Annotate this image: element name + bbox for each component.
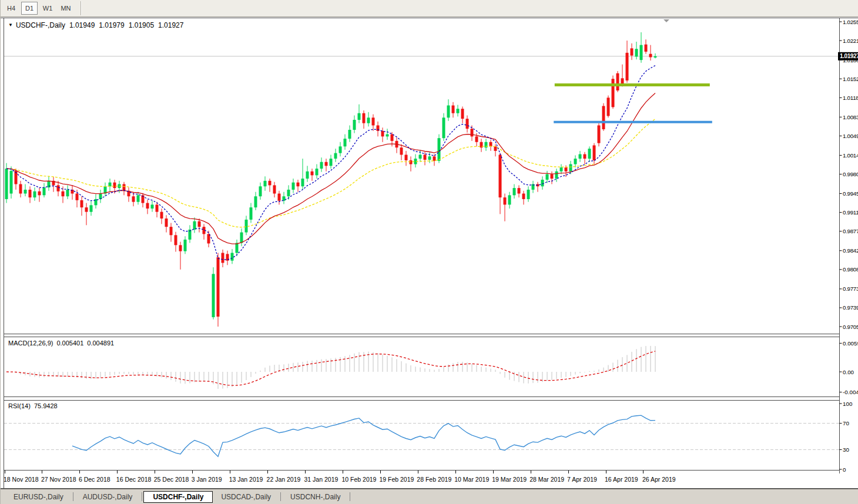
svg-text:1.01927: 1.01927 bbox=[840, 53, 858, 59]
svg-text:18 Nov 2018: 18 Nov 2018 bbox=[4, 476, 39, 483]
svg-text:0.97390: 0.97390 bbox=[843, 304, 858, 311]
svg-text:28 Mar 2019: 28 Mar 2019 bbox=[529, 476, 564, 483]
rsi-indicator-label: RSI(14)75.9428 bbox=[8, 402, 58, 409]
macd-main-value: 0.005401 bbox=[56, 340, 83, 347]
svg-text:0.98770: 0.98770 bbox=[843, 228, 858, 234]
macd-histogram bbox=[6, 346, 655, 389]
chart-window[interactable]: 1.025501.022101.018601.015201.011801.008… bbox=[1, 17, 858, 489]
toolbar-separator bbox=[81, 1, 82, 15]
symbol-tab-bar: EURUSD-,Daily AUDUSD-,Daily USDCHF-,Dail… bbox=[1, 489, 858, 504]
svg-text:1.00490: 1.00490 bbox=[843, 133, 858, 139]
svg-text:27 Nov 2018: 27 Nov 2018 bbox=[41, 476, 76, 483]
svg-text:0.97050: 0.97050 bbox=[843, 324, 858, 330]
tab-separator bbox=[350, 492, 350, 501]
tab-usdcnh[interactable]: USDCNH-,Daily bbox=[282, 491, 348, 503]
price-axis bbox=[840, 22, 842, 327]
svg-text:0: 0 bbox=[843, 466, 846, 473]
svg-text:1.00830: 1.00830 bbox=[843, 114, 858, 120]
svg-text:10 Feb 2019: 10 Feb 2019 bbox=[341, 476, 376, 483]
tab-separator bbox=[280, 492, 281, 501]
rsi-value: 75.9428 bbox=[34, 402, 58, 409]
svg-text:16 Apr 2019: 16 Apr 2019 bbox=[605, 476, 638, 483]
date-axis bbox=[5, 471, 644, 473]
chart-plot-area[interactable]: 1.025501.022101.018601.015201.011801.008… bbox=[1, 17, 858, 489]
svg-text:0.97730: 0.97730 bbox=[843, 285, 858, 292]
svg-text:70: 70 bbox=[843, 420, 849, 426]
svg-text:25 Dec 2018: 25 Dec 2018 bbox=[154, 476, 189, 483]
svg-text:19 Feb 2019: 19 Feb 2019 bbox=[379, 476, 414, 483]
tab-audusd[interactable]: AUDUSD-,Daily bbox=[75, 491, 141, 503]
svg-text:0.00597: 0.00597 bbox=[843, 340, 858, 347]
svg-text:6 Dec 2018: 6 Dec 2018 bbox=[79, 476, 110, 483]
timeframe-button-mn[interactable]: MN bbox=[58, 2, 74, 15]
svg-text:0.98080: 0.98080 bbox=[843, 266, 858, 273]
svg-text:30: 30 bbox=[843, 446, 849, 453]
svg-text:0.99450: 0.99450 bbox=[843, 190, 858, 197]
tab-usdchf[interactable]: USDCHF-,Daily bbox=[143, 491, 213, 503]
application-window: H4 D1 W1 MN 1.025501.022101.018601.01520… bbox=[0, 0, 858, 504]
candles-layer bbox=[5, 32, 657, 327]
svg-text:26 Apr 2019: 26 Apr 2019 bbox=[642, 476, 676, 483]
svg-text:-0.00424: -0.00424 bbox=[843, 389, 858, 395]
high-value: 1.01979 bbox=[99, 21, 124, 29]
macd-signal-value: 0.004891 bbox=[87, 340, 114, 347]
timeframe-toolbar: H4 D1 W1 MN bbox=[1, 0, 858, 17]
rsi-name: RSI(14) bbox=[8, 402, 31, 409]
rsi-line bbox=[72, 415, 655, 456]
timeframe-button-h4[interactable]: H4 bbox=[3, 2, 19, 15]
tab-eurusd[interactable]: EURUSD-,Daily bbox=[5, 491, 72, 503]
svg-text:0.99110: 0.99110 bbox=[843, 209, 858, 216]
tab-separator bbox=[142, 492, 142, 501]
svg-text:0.00: 0.00 bbox=[843, 369, 854, 375]
svg-text:100: 100 bbox=[843, 401, 853, 407]
timeframe-button-w1[interactable]: W1 bbox=[39, 2, 56, 15]
tab-separator bbox=[73, 492, 73, 501]
macd-indicator-label: MACD(12,26,9)0.0054010.004891 bbox=[8, 340, 114, 347]
svg-text:1.01520: 1.01520 bbox=[843, 76, 858, 82]
svg-text:1.00140: 1.00140 bbox=[843, 152, 858, 159]
svg-text:0.99800: 0.99800 bbox=[843, 171, 858, 177]
svg-text:1.02210: 1.02210 bbox=[843, 38, 858, 44]
panel-borders bbox=[1, 18, 858, 489]
svg-text:10 Mar 2019: 10 Mar 2019 bbox=[454, 476, 489, 483]
macd-name: MACD(12,26,9) bbox=[8, 340, 53, 347]
open-value: 1.01949 bbox=[69, 21, 95, 29]
svg-text:19 Mar 2019: 19 Mar 2019 bbox=[492, 476, 527, 483]
svg-text:31 Jan 2019: 31 Jan 2019 bbox=[304, 476, 338, 483]
svg-text:13 Jan 2019: 13 Jan 2019 bbox=[229, 476, 263, 483]
svg-text:22 Jan 2019: 22 Jan 2019 bbox=[267, 476, 301, 483]
chart-title: ▼USDCHF-,Daily1.019491.019791.019051.019… bbox=[8, 21, 183, 29]
svg-text:7 Apr 2019: 7 Apr 2019 bbox=[567, 476, 597, 483]
timeframe-button-d1[interactable]: D1 bbox=[21, 2, 38, 15]
svg-text:1.01180: 1.01180 bbox=[843, 95, 858, 101]
close-value: 1.01927 bbox=[158, 21, 183, 29]
chart-shift-marker-icon[interactable] bbox=[663, 19, 669, 22]
svg-text:28 Feb 2019: 28 Feb 2019 bbox=[417, 476, 451, 483]
svg-text:0.98420: 0.98420 bbox=[843, 247, 858, 254]
svg-text:1.02550: 1.02550 bbox=[843, 19, 858, 25]
chart-collapse-icon[interactable]: ▼ bbox=[8, 22, 13, 28]
tab-usdcad[interactable]: USDCAD-,Daily bbox=[213, 491, 279, 503]
svg-text:3 Jan 2019: 3 Jan 2019 bbox=[192, 476, 222, 483]
svg-text:16 Dec 2018: 16 Dec 2018 bbox=[116, 476, 152, 483]
low-value: 1.01905 bbox=[129, 21, 154, 29]
symbol-label: USDCHF-,Daily bbox=[16, 21, 65, 29]
